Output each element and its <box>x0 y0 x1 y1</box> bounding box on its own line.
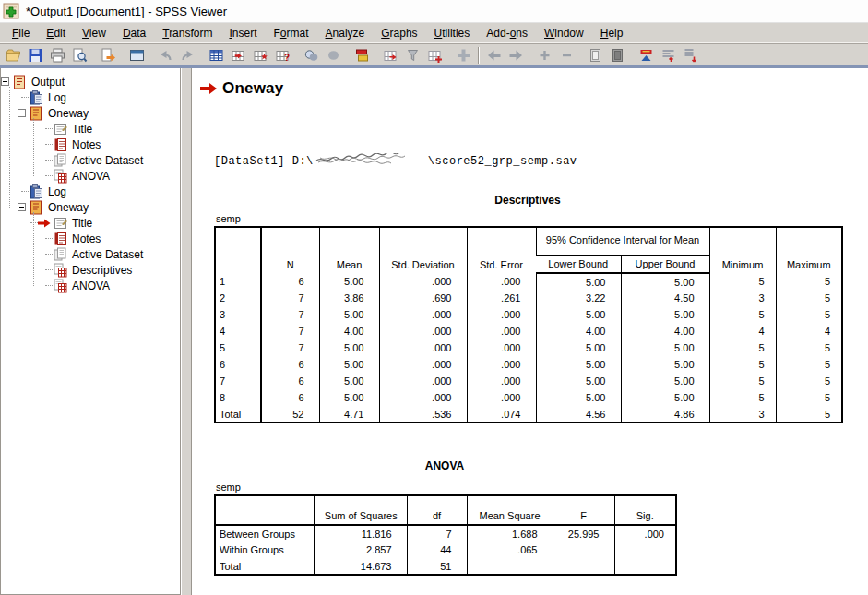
anova-row: Total14.67351 <box>215 558 676 575</box>
goto-case-icon[interactable] <box>227 45 249 65</box>
recall-dialog-icon[interactable] <box>125 45 148 65</box>
cell-value: 4.50 <box>621 290 709 306</box>
collapse-icon[interactable] <box>555 45 577 65</box>
save-icon[interactable] <box>24 45 46 65</box>
menu-add-ons[interactable]: Add-ons <box>478 25 536 42</box>
print-preview-icon[interactable] <box>68 45 90 65</box>
row-label: 5 <box>215 339 261 356</box>
print-icon[interactable] <box>46 45 68 65</box>
sidebar-item-title[interactable]: Title <box>1 121 180 137</box>
sidebar-item-active-dataset[interactable]: Active Dataset <box>1 152 180 168</box>
menu-graphs[interactable]: Graphs <box>373 25 425 42</box>
sidebar-item-oneway[interactable]: Oneway <box>1 105 180 121</box>
open-icon[interactable] <box>2 45 24 65</box>
show-icon[interactable] <box>584 45 606 65</box>
menu-file[interactable]: File <box>4 25 38 42</box>
cell-value: 5.00 <box>319 306 379 323</box>
sidebar-item-output[interactable]: Output <box>1 74 180 89</box>
insert-variable-icon[interactable] <box>423 45 446 65</box>
menu-view[interactable]: View <box>74 25 114 42</box>
cell-value: .000 <box>467 306 536 323</box>
anova-col-header <box>215 495 315 525</box>
sidebar-item-anova[interactable]: ANOVA <box>1 278 180 293</box>
anova-table[interactable]: Sum of SquaresdfMean SquareFSig.Between … <box>214 494 677 576</box>
menu-data[interactable]: Data <box>114 25 154 42</box>
cell-value: 7 <box>261 290 319 306</box>
cell-value: 5 <box>709 373 776 389</box>
menu-transform[interactable]: Transform <box>154 25 220 42</box>
cell-value: .000 <box>467 389 536 406</box>
weight-cases-icon[interactable] <box>379 45 401 65</box>
redo-icon[interactable] <box>176 45 198 65</box>
current-item-arrow-icon <box>199 81 218 96</box>
menu-edit[interactable]: Edit <box>38 25 74 42</box>
previous-output-icon[interactable] <box>482 45 505 65</box>
menu-utilities[interactable]: Utilities <box>426 25 479 42</box>
cell-value: 5 <box>776 339 842 356</box>
sidebar-item-log[interactable]: Log <box>1 89 180 105</box>
row-label: 4 <box>215 323 261 339</box>
descriptives-row: 575.00.000.0005.005.0055 <box>215 339 842 356</box>
anova-caption: ANOVA <box>214 459 675 472</box>
sidebar-item-oneway[interactable]: Oneway <box>1 199 180 215</box>
undo-icon[interactable] <box>154 45 176 65</box>
descriptives-col-header: Maximum <box>776 227 842 273</box>
cell-value: 5 <box>776 389 842 406</box>
collapse-expander-icon[interactable] <box>1 77 9 86</box>
sidebar-item-anova[interactable]: ANOVA <box>1 168 180 184</box>
promote-item-icon[interactable] <box>635 45 657 65</box>
sidebar-item-active-dataset[interactable]: Active Dataset <box>1 246 180 262</box>
collapse-expander-icon[interactable] <box>18 203 26 211</box>
sidebar-item-descriptives[interactable]: Descriptives <box>1 262 180 278</box>
cell-value: 5 <box>776 373 842 389</box>
descriptives-table[interactable]: NMeanStd. DeviationStd. Error95% Confide… <box>214 226 843 423</box>
anova-col-header: df <box>407 495 467 525</box>
cell-value: 7 <box>261 323 319 339</box>
pane-splitter[interactable] <box>181 68 192 595</box>
menu-insert[interactable]: Insert <box>220 25 265 42</box>
sidebar-item-notes[interactable]: Notes <box>1 231 180 246</box>
cell-value: .261 <box>467 290 536 306</box>
sidebar-item-log[interactable]: Log <box>1 184 180 199</box>
insert-heading-icon[interactable] <box>657 45 679 65</box>
next-output-icon[interactable] <box>505 45 527 65</box>
goto-data-icon[interactable] <box>205 45 227 65</box>
descriptives-row: 165.00.000.0005.005.0055 <box>215 273 842 290</box>
variable-info-icon[interactable]: ? <box>271 45 293 65</box>
toolbar-separator <box>446 46 452 65</box>
cell-value: 5.00 <box>319 339 379 356</box>
tree-connector-line <box>21 97 29 98</box>
designate-window-icon[interactable] <box>351 45 373 65</box>
cell-value: 5.00 <box>621 356 709 373</box>
sidebar-item-notes[interactable]: Notes <box>1 137 180 152</box>
cell-value <box>614 558 676 575</box>
menu-window[interactable]: Window <box>536 25 592 42</box>
select-last-output-icon[interactable] <box>300 45 322 65</box>
cell-value: .000 <box>467 356 536 373</box>
menu-help[interactable]: Help <box>592 25 632 42</box>
select-cases-icon[interactable] <box>401 45 423 65</box>
sidebar-item-label: Active Dataset <box>72 154 143 167</box>
menu-analyze[interactable]: Analyze <box>317 25 374 42</box>
expand-icon[interactable] <box>533 45 555 65</box>
collapse-expander-icon[interactable] <box>18 109 26 117</box>
cell-value: 3 <box>709 290 776 306</box>
dataset-icon <box>53 247 68 262</box>
sidebar-item-title[interactable]: Title <box>1 215 180 231</box>
log-icon <box>29 184 44 199</box>
insert-text-icon[interactable] <box>679 45 701 65</box>
export-icon[interactable] <box>97 45 119 65</box>
hide-icon[interactable] <box>606 45 628 65</box>
cell-value: .000 <box>379 373 467 389</box>
tree-guide-line <box>9 87 10 208</box>
cell-value: 5.00 <box>621 373 709 389</box>
cell-value: 5.00 <box>319 273 379 290</box>
variables-icon[interactable] <box>249 45 271 65</box>
cell-value: 51 <box>407 558 467 575</box>
cell-value: 5.00 <box>621 339 709 356</box>
menu-format[interactable]: Format <box>266 25 317 42</box>
cross-icon[interactable] <box>452 45 474 65</box>
cell-value <box>467 558 553 575</box>
cell-value: 4.00 <box>621 323 709 339</box>
deselect-icon[interactable] <box>322 45 344 65</box>
